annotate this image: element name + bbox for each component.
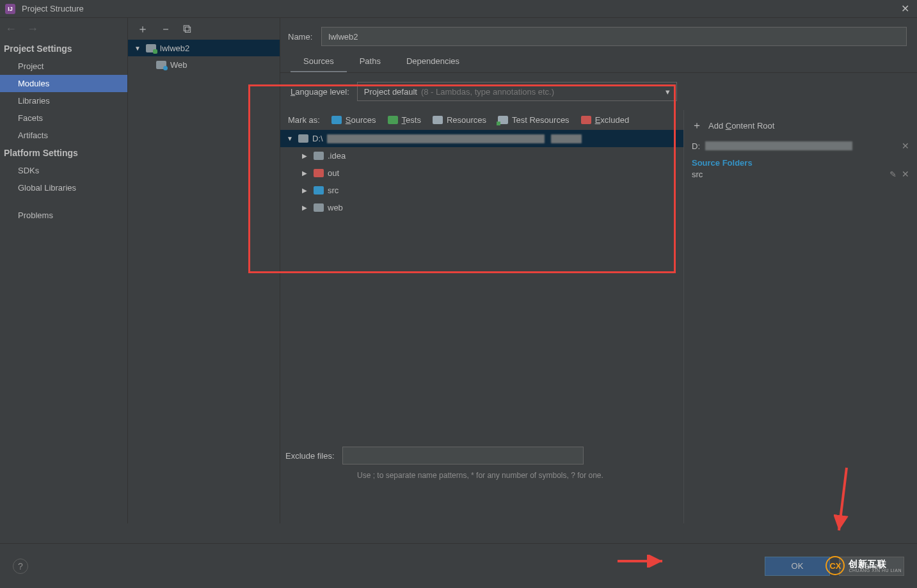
nav-item-facets[interactable]: Facets (0, 109, 127, 127)
remove-root-icon[interactable]: ✕ (902, 141, 909, 151)
nav-heading-project-settings: Project Settings (0, 40, 127, 58)
expand-icon[interactable]: ▼ (134, 45, 142, 52)
app-icon: IJ (5, 4, 15, 14)
folder-name: src (328, 186, 339, 195)
mark-sources-button[interactable]: Sources (331, 115, 376, 125)
nav-item-modules[interactable]: Modules (0, 75, 127, 92)
tab-sources[interactable]: Sources (291, 52, 347, 72)
nav-item-problems[interactable]: Problems (0, 207, 127, 224)
mark-excluded-button[interactable]: Excluded (581, 115, 629, 125)
exclude-files-input[interactable] (342, 447, 584, 465)
module-tabs: Sources Paths Dependencies (280, 52, 917, 73)
folder-icon (314, 169, 324, 177)
folder-icon (331, 116, 342, 124)
content-root-path: D: (692, 141, 700, 151)
mark-tests-button[interactable]: Tests (388, 115, 421, 125)
redacted-text (327, 134, 545, 143)
language-level-label: LLanguage level:anguage level: (291, 87, 349, 97)
folder-icon (298, 134, 308, 143)
tree-row-out[interactable]: ▶ out (280, 164, 683, 182)
help-button[interactable]: ? (13, 559, 28, 574)
tree-row-web[interactable]: ▶ web (280, 199, 683, 216)
sources-area: Mark as: Sources Tests Resources Test Re… (280, 110, 917, 523)
exclude-files-help: Use ; to separate name patterns, * for a… (280, 467, 683, 481)
dialog-footer: ? OK Cancel (0, 543, 917, 588)
language-level-select[interactable]: Project default(8 - Lambdas, type annota… (357, 82, 677, 101)
redacted-text (551, 134, 582, 143)
forward-icon[interactable]: → (27, 22, 38, 36)
back-icon[interactable]: ← (5, 22, 17, 36)
mark-test-resources-button[interactable]: Test Resources (498, 115, 570, 125)
expand-icon[interactable]: ▶ (302, 152, 310, 159)
folder-name: .idea (328, 151, 346, 161)
tree-root-row[interactable]: ▼ D:\ (280, 130, 683, 147)
watermark-icon: CX (825, 556, 845, 575)
chevron-down-icon: ▾ (666, 87, 670, 97)
source-folder-name: src (692, 170, 703, 179)
source-folders-header: Source Folders (689, 153, 912, 169)
web-facet-icon (156, 61, 166, 69)
folder-icon (388, 116, 398, 124)
module-row-web[interactable]: Web (128, 56, 280, 73)
mark-resources-button[interactable]: Resources (433, 115, 486, 125)
copy-icon[interactable]: ⧉ (183, 22, 191, 36)
collapse-icon[interactable]: ▼ (287, 135, 294, 142)
expand-icon[interactable]: ▶ (302, 204, 310, 211)
facet-name: Web (170, 60, 187, 70)
content-root-row[interactable]: D: ✕ (689, 139, 912, 153)
add-content-root-button[interactable]: ＋ Add Content Root (689, 116, 912, 139)
watermark-text-en: CHUANG XIN HU LIAN (849, 568, 902, 573)
tab-dependencies[interactable]: Dependencies (394, 52, 472, 72)
folder-icon (581, 116, 591, 124)
left-nav: ← → Project Settings Project Modules Lib… (0, 18, 128, 523)
folder-name: out (328, 168, 339, 178)
nav-item-libraries[interactable]: Libraries (0, 92, 127, 109)
main-area: ← → Project Settings Project Modules Lib… (0, 18, 917, 523)
watermark-badge: CX 创新互联 CHUANG XIN HU LIAN (825, 556, 902, 575)
exclude-files-label: Exclude files: (285, 451, 335, 461)
remove-icon[interactable]: ✕ (902, 169, 909, 179)
mark-as-row: Mark as: Sources Tests Resources Test Re… (280, 110, 683, 130)
right-panel: Name: Sources Paths Dependencies LLangua… (280, 18, 917, 523)
nav-heading-platform-settings: Platform Settings (0, 144, 127, 162)
expand-icon[interactable]: ▶ (302, 187, 310, 194)
remove-icon[interactable]: － (160, 21, 171, 36)
tree-row-src[interactable]: ▶ src (280, 182, 683, 199)
folder-icon (314, 186, 324, 195)
language-level-row: LLanguage level:anguage level: Project d… (280, 73, 917, 110)
module-icon (146, 44, 156, 52)
ok-button[interactable]: OK (765, 557, 830, 576)
name-row: Name: (280, 18, 917, 52)
tab-paths[interactable]: Paths (347, 52, 394, 72)
add-icon[interactable]: ＋ (137, 21, 148, 36)
name-input[interactable] (321, 27, 907, 46)
exclude-files-row: Exclude files: (280, 427, 683, 467)
nav-item-global-libraries[interactable]: Global Libraries (0, 179, 127, 196)
source-folder-row[interactable]: src ✎ ✕ (689, 169, 912, 179)
folder-icon (314, 203, 324, 212)
language-level-value: Project default (364, 87, 417, 97)
folder-icon (433, 116, 443, 124)
language-level-hint: (8 - Lambdas, type annotations etc.) (421, 87, 554, 97)
window-title: Project Structure (22, 4, 898, 13)
close-icon[interactable]: ✕ (898, 3, 912, 15)
nav-item-project[interactable]: Project (0, 58, 127, 75)
folder-icon (314, 152, 324, 160)
module-row-root[interactable]: ▼ lwlweb2 (128, 40, 280, 56)
root-path-text: D:\ (312, 134, 323, 143)
expand-icon[interactable]: ▶ (302, 170, 310, 177)
nav-item-artifacts[interactable]: Artifacts (0, 127, 127, 144)
content-roots-panel: ＋ Add Content Root D: ✕ Source Folders s… (683, 110, 917, 523)
watermark-text-cn: 创新互联 (849, 559, 902, 568)
module-tree-panel: ＋ － ⧉ ▼ lwlweb2 Web (128, 18, 280, 523)
content-root-tree: ▼ D:\ ▶ .idea ▶ out (280, 130, 683, 216)
tree-row-idea[interactable]: ▶ .idea (280, 147, 683, 164)
plus-icon: ＋ (692, 119, 702, 132)
edit-icon[interactable]: ✎ (889, 170, 897, 179)
nav-history: ← → (0, 18, 127, 40)
module-name: lwlweb2 (160, 44, 189, 53)
name-label: Name: (288, 32, 312, 42)
module-toolbar: ＋ － ⧉ (128, 18, 280, 40)
nav-item-sdks[interactable]: SDKs (0, 162, 127, 179)
title-bar: IJ Project Structure ✕ (0, 0, 917, 18)
